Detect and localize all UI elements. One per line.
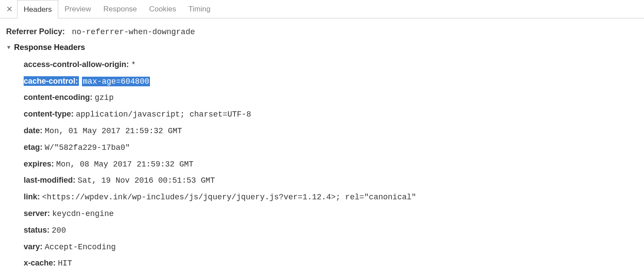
- tab-bar: ✕ Headers Preview Response Cookies Timin…: [0, 0, 644, 18]
- header-value: application/javascript; charset=UTF-8: [76, 110, 251, 119]
- header-key: vary:: [24, 242, 43, 251]
- header-key: content-encoding:: [24, 93, 93, 102]
- header-value: W/"582fa229-17ba0": [45, 143, 130, 152]
- tab-cookies[interactable]: Cookies: [143, 0, 182, 18]
- header-key: Referrer Policy:: [6, 27, 65, 36]
- header-value: Mon, 01 May 2017 21:59:32 GMT: [45, 127, 182, 135]
- header-row: expires: Mon, 08 May 2017 21:59:32 GMT: [24, 156, 644, 173]
- tab-headers[interactable]: Headers: [17, 0, 58, 18]
- header-row: x-cache: HIT: [24, 255, 644, 272]
- header-value: keycdn-engine: [52, 209, 114, 218]
- header-key: link:: [24, 192, 40, 201]
- header-key: expires:: [24, 159, 54, 168]
- header-key: cache-control:: [24, 76, 79, 86]
- header-key: server:: [24, 209, 50, 218]
- header-value: [67, 28, 72, 36]
- tab-timing[interactable]: Timing: [182, 0, 217, 18]
- header-row: content-type: application/javascript; ch…: [24, 106, 644, 123]
- header-row: access-control-allow-origin: *: [24, 57, 644, 73]
- tabs: Headers Preview Response Cookies Timing: [17, 0, 217, 18]
- header-row: server: keycdn-engine: [24, 205, 644, 222]
- tab-preview[interactable]: Preview: [58, 0, 97, 18]
- header-value: gzip: [95, 93, 114, 102]
- section-response-headers[interactable]: ▼ Response Headers: [6, 40, 644, 57]
- header-key: access-control-allow-origin:: [24, 60, 129, 69]
- close-icon[interactable]: ✕: [4, 0, 17, 18]
- header-value: max-age=604800: [82, 77, 150, 86]
- header-value: Accept-Encoding: [45, 243, 116, 251]
- triangle-down-icon: ▼: [6, 44, 11, 50]
- header-key: etag:: [24, 143, 43, 152]
- header-row: content-encoding: gzip: [24, 89, 644, 106]
- header-value: *: [131, 60, 136, 69]
- header-value: 200: [52, 226, 66, 235]
- header-value: Mon, 08 May 2017 21:59:32 GMT: [56, 160, 193, 169]
- header-row: date: Mon, 01 May 2017 21:59:32 GMT: [24, 123, 644, 139]
- header-key: content-type:: [24, 110, 74, 118]
- general-row-referrer-policy: Referrer Policy: no-referrer-when-downgr…: [6, 24, 644, 40]
- header-key: status:: [24, 226, 50, 234]
- header-value: HIT: [58, 259, 72, 268]
- headers-panel: Referrer Policy: no-referrer-when-downgr…: [0, 18, 644, 276]
- section-title: Response Headers: [14, 43, 85, 52]
- header-value: no-referrer-when-downgrade: [72, 28, 195, 36]
- header-row: status: 200: [24, 222, 644, 239]
- header-row: etag: W/"582fa229-17ba0": [24, 139, 644, 156]
- response-headers-list: access-control-allow-origin: *cache-cont…: [6, 57, 644, 276]
- header-key: date:: [24, 126, 43, 135]
- header-row: x-content-type-options: nosniff: [24, 272, 644, 276]
- header-row: link: <https://wpdev.ink/wp-includes/js/…: [24, 189, 644, 205]
- header-value: <https://wpdev.ink/wp-includes/js/jquery…: [42, 193, 416, 202]
- header-key: x-cache:: [24, 258, 56, 267]
- tab-response[interactable]: Response: [97, 0, 143, 18]
- header-row: cache-control: max-age=604800: [24, 73, 644, 90]
- header-row: last-modified: Sat, 19 Nov 2016 00:51:53…: [24, 172, 644, 189]
- header-row: vary: Accept-Encoding: [24, 239, 644, 255]
- header-key: last-modified:: [24, 176, 75, 184]
- header-value: Sat, 19 Nov 2016 00:51:53 GMT: [78, 176, 215, 185]
